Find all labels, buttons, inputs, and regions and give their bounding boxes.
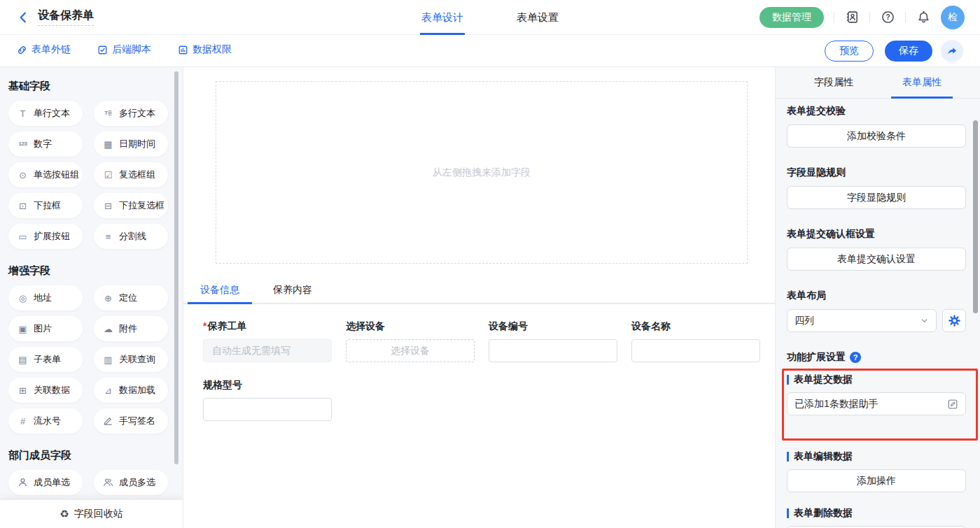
form-field-保养工单[interactable]: *保养工单自动生成无需填写 bbox=[203, 320, 332, 362]
preview-button[interactable]: 预览 bbox=[825, 41, 874, 62]
panel-tab-表单属性[interactable]: 表单属性 bbox=[898, 67, 946, 98]
panel-tabs: 字段属性表单属性 bbox=[776, 67, 980, 99]
form-field-设备名称[interactable]: 设备名称 bbox=[631, 320, 760, 362]
field-pill-label: 图片 bbox=[34, 322, 52, 335]
field-pill-数据加载[interactable]: ⊿数据加载 bbox=[94, 378, 168, 403]
field-pill-下拉框[interactable]: ⊡下拉框 bbox=[8, 193, 83, 218]
field-pill-label: 单选按钮组 bbox=[34, 169, 79, 181]
field-label: 规格型号 bbox=[203, 379, 332, 392]
edit-icon[interactable] bbox=[947, 399, 958, 410]
field-pill-label: 日期时间 bbox=[119, 138, 155, 150]
field-pill-关联查询[interactable]: ▥关联查询 bbox=[94, 347, 168, 372]
recycle-icon: ♻ bbox=[59, 508, 69, 520]
header-tab-form-design[interactable]: 表单设计 bbox=[421, 0, 463, 35]
field-pill-单选按钮组[interactable]: ⊙单选按钮组 bbox=[8, 162, 83, 187]
datetime-icon: ▦ bbox=[102, 140, 114, 149]
form-layout-select[interactable]: 四列 bbox=[787, 309, 937, 332]
page-title[interactable]: 设备保养单 bbox=[38, 8, 94, 26]
toolbar-link-后端脚本[interactable]: 后端脚本 bbox=[97, 43, 151, 56]
layout-settings-button[interactable] bbox=[942, 309, 966, 332]
field-pill-定位[interactable]: ⊕定位 bbox=[94, 285, 168, 311]
field-pill-日期时间[interactable]: ▦日期时间 bbox=[94, 131, 168, 157]
field-input[interactable] bbox=[489, 339, 617, 362]
panel-button-表单编辑数据[interactable]: 添加操作 bbox=[787, 469, 966, 492]
form-canvas: 从左侧拖拽来添加字段 设备信息保养内容 *保养工单自动生成无需填写选择设备选择设… bbox=[183, 67, 775, 528]
field-pill-多行文本[interactable]: T≣多行文本 bbox=[94, 101, 168, 126]
canvas-tab-保养内容[interactable]: 保养内容 bbox=[267, 277, 318, 303]
form-field-选择设备[interactable]: 选择设备选择设备 bbox=[346, 320, 475, 362]
field-pill-数字[interactable]: 123数字 bbox=[8, 131, 83, 157]
field-input[interactable] bbox=[631, 339, 760, 362]
save-button[interactable]: 保存 bbox=[885, 41, 932, 62]
field-input[interactable] bbox=[203, 398, 332, 421]
toolbar-link-数据权限[interactable]: 数据权限 bbox=[178, 43, 232, 56]
member-single-icon bbox=[17, 477, 29, 489]
select-icon: ⊡ bbox=[17, 201, 29, 211]
field-pill-label: 数字 bbox=[34, 138, 52, 150]
field-pill-下拉复选框[interactable]: ⊟下拉复选框 bbox=[94, 193, 168, 218]
field-pill-成员多选[interactable]: 成员多选 bbox=[94, 470, 168, 495]
field-recycle-bin[interactable]: ♻ 字段回收站 bbox=[0, 500, 183, 528]
panel-button-添加校验条件[interactable]: 添加校验条件 bbox=[787, 124, 966, 148]
serial-number-icon: # bbox=[17, 417, 29, 426]
field-pill-流水号[interactable]: #流水号 bbox=[8, 408, 83, 434]
field-input[interactable]: 自动生成无需填写 bbox=[203, 339, 332, 362]
palette-section-title: 增强字段 bbox=[8, 264, 166, 278]
radio-group-icon: ⊙ bbox=[17, 171, 29, 180]
form-field-规格型号[interactable]: 规格型号 bbox=[203, 379, 332, 421]
field-pill-手写签名[interactable]: 手写签名 bbox=[94, 408, 168, 434]
field-input[interactable]: 选择设备 bbox=[346, 339, 475, 362]
field-pill-分割线[interactable]: ≡分割线 bbox=[94, 224, 168, 249]
panel-group-表单提交数据: 表单提交数据已添加1条数据助手 bbox=[787, 373, 966, 415]
data-manage-button[interactable]: 数据管理 bbox=[760, 7, 824, 28]
field-label: *保养工单 bbox=[203, 320, 332, 333]
gear-icon bbox=[948, 315, 960, 327]
section-marker bbox=[787, 452, 789, 462]
checkbox-group-icon: ☑ bbox=[102, 171, 114, 180]
extend-button-icon: ▭ bbox=[17, 232, 29, 241]
multi-line-text-icon: T≣ bbox=[102, 110, 114, 116]
field-pill-label: 定位 bbox=[119, 292, 137, 304]
number-icon: 123 bbox=[17, 141, 29, 147]
panel-tab-字段属性[interactable]: 字段属性 bbox=[810, 67, 858, 98]
field-pill-附件[interactable]: ☁附件 bbox=[94, 316, 168, 341]
panel-button-字段显隐规则[interactable]: 字段显隐规则 bbox=[787, 186, 966, 209]
field-pill-扩展按钮[interactable]: ▭扩展按钮 bbox=[8, 224, 83, 249]
field-pill-复选框组[interactable]: ☑复选框组 bbox=[94, 162, 168, 187]
field-pill-label: 复选框组 bbox=[119, 169, 155, 181]
panel-scrollbar[interactable] bbox=[973, 120, 978, 313]
secondary-toolbar: 表单外链后端脚本数据权限 预览 保存 bbox=[0, 35, 980, 67]
back-button[interactable] bbox=[15, 10, 31, 25]
form-field-设备编号[interactable]: 设备编号 bbox=[489, 320, 617, 362]
panel-section-title: 表单提交确认框设置 bbox=[787, 228, 966, 241]
divider bbox=[905, 12, 906, 23]
field-dropzone[interactable]: 从左侧拖拽来添加字段 bbox=[216, 81, 748, 264]
chevron-down-icon bbox=[920, 316, 929, 325]
field-label: 选择设备 bbox=[346, 320, 475, 333]
toolbar-link-表单外链[interactable]: 表单外链 bbox=[17, 43, 71, 56]
data-assistant-field[interactable]: 已添加1条数据助手 bbox=[787, 392, 966, 415]
field-pill-图片[interactable]: ▣图片 bbox=[8, 316, 83, 341]
script-icon bbox=[97, 45, 108, 55]
divider-icon: ≡ bbox=[102, 232, 114, 241]
panel-button-表单提交确认设置[interactable]: 表单提交确认设置 bbox=[787, 248, 966, 271]
field-pill-地址[interactable]: ◎地址 bbox=[8, 285, 83, 311]
data-load-icon: ⊿ bbox=[102, 386, 114, 395]
field-pill-子表单[interactable]: ▤子表单 bbox=[8, 347, 83, 372]
field-pill-单行文本[interactable]: T单行文本 bbox=[8, 101, 83, 126]
help-icon[interactable]: ? bbox=[880, 10, 895, 25]
canvas-tab-设备信息[interactable]: 设备信息 bbox=[195, 277, 245, 303]
required-asterisk: * bbox=[203, 320, 206, 331]
help-circle-icon[interactable]: ? bbox=[850, 352, 861, 363]
bell-icon[interactable] bbox=[916, 10, 931, 25]
panel-group-表单删除数据: 表单删除数据添加操作 bbox=[787, 507, 966, 528]
panel-section-title: 表单布局 bbox=[787, 290, 966, 302]
field-pill-成员单选[interactable]: 成员单选 bbox=[8, 470, 83, 495]
subform-icon: ▤ bbox=[17, 355, 29, 364]
avatar[interactable]: 检 bbox=[941, 6, 965, 29]
header-tab-form-settings[interactable]: 表单设置 bbox=[517, 0, 559, 35]
sidebar-scrollbar[interactable] bbox=[174, 71, 178, 464]
field-pill-关联数据[interactable]: ⊞关联数据 bbox=[8, 378, 83, 403]
share-button[interactable] bbox=[941, 40, 963, 62]
address-book-icon[interactable] bbox=[844, 10, 860, 25]
